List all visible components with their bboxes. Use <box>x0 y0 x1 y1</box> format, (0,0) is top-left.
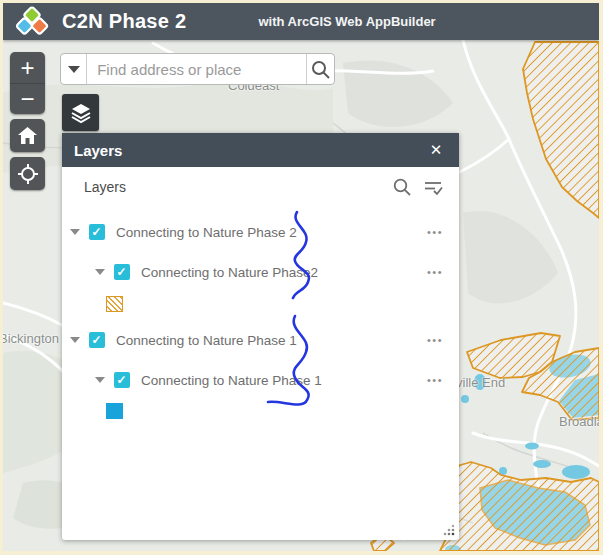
layer-label: Connecting to Nature Phase2 <box>141 265 318 280</box>
home-button[interactable] <box>10 119 45 152</box>
layer-checkbox[interactable] <box>89 224 105 240</box>
expand-caret-icon[interactable] <box>70 337 80 343</box>
close-button[interactable]: ✕ <box>423 133 449 167</box>
locate-button[interactable] <box>10 157 45 190</box>
expand-caret-icon[interactable] <box>95 269 105 275</box>
layer-checkbox[interactable] <box>114 372 130 388</box>
layer-row-phase2-sublayer[interactable]: Connecting to Nature Phase2 ••• <box>62 260 459 284</box>
app-title: C2N Phase 2 <box>62 10 186 33</box>
map-label-ville-end: ville End <box>456 375 505 390</box>
chevron-down-icon <box>68 66 80 73</box>
app-window: Coldeast Bickington ville End Broadlan C… <box>3 3 599 551</box>
screenshot-frame: Coldeast Bickington ville End Broadlan C… <box>0 0 603 555</box>
layers-widget-button[interactable] <box>62 94 99 131</box>
layer-row-phase1-group[interactable]: Connecting to Nature Phase 1 ••• <box>62 328 459 352</box>
legend-swatch-blue <box>106 403 123 419</box>
layer-menu-button[interactable]: ••• <box>427 374 443 386</box>
map-label-broadlands: Broadlan <box>559 414 599 429</box>
search-icon <box>393 178 411 196</box>
list-check-icon <box>423 178 443 196</box>
map-label-bickington: Bickington <box>3 331 59 346</box>
layer-label: Connecting to Nature Phase 1 <box>116 333 297 348</box>
panel-toolbar-title: Layers <box>84 179 126 195</box>
expand-caret-icon[interactable] <box>70 229 80 235</box>
legend-swatch-orange-hatch <box>106 296 123 312</box>
appbuilder-logo-icon <box>12 5 52 38</box>
layer-checkbox[interactable] <box>114 264 130 280</box>
layer-options-button[interactable] <box>421 176 445 198</box>
zoom-out-button[interactable]: − <box>10 83 45 114</box>
layer-menu-button[interactable]: ••• <box>427 226 443 238</box>
search-button[interactable] <box>306 54 334 84</box>
search-bar <box>60 53 335 85</box>
layer-label: Connecting to Nature Phase 1 <box>141 373 322 388</box>
layers-panel-header[interactable]: Layers ✕ <box>62 133 459 167</box>
app-header: C2N Phase 2 with ArcGIS Web AppBuilder <box>3 3 599 40</box>
layer-row-phase2-group[interactable]: Connecting to Nature Phase 2 ••• <box>62 220 459 244</box>
home-icon <box>18 127 37 144</box>
layer-search-button[interactable] <box>391 176 413 198</box>
layers-icon <box>70 102 92 124</box>
layer-checkbox[interactable] <box>89 332 105 348</box>
expand-caret-icon[interactable] <box>95 377 105 383</box>
locate-icon <box>18 164 38 184</box>
layer-row-phase1-sublayer[interactable]: Connecting to Nature Phase 1 ••• <box>62 368 459 392</box>
panel-toolbar: Layers <box>62 167 459 207</box>
layer-menu-button[interactable]: ••• <box>427 334 443 346</box>
panel-title: Layers <box>74 142 122 159</box>
app-subtitle: with ArcGIS Web AppBuilder <box>258 14 435 29</box>
panel-resize-handle[interactable] <box>441 522 456 537</box>
zoom-in-button[interactable]: + <box>10 52 45 83</box>
layer-label: Connecting to Nature Phase 2 <box>116 225 297 240</box>
search-source-dropdown[interactable] <box>61 54 87 84</box>
search-icon <box>311 60 330 79</box>
layers-panel: Layers ✕ Layers <box>62 133 459 540</box>
layer-menu-button[interactable]: ••• <box>427 266 443 278</box>
search-input[interactable] <box>87 54 306 84</box>
zoom-control: + − <box>10 52 45 114</box>
